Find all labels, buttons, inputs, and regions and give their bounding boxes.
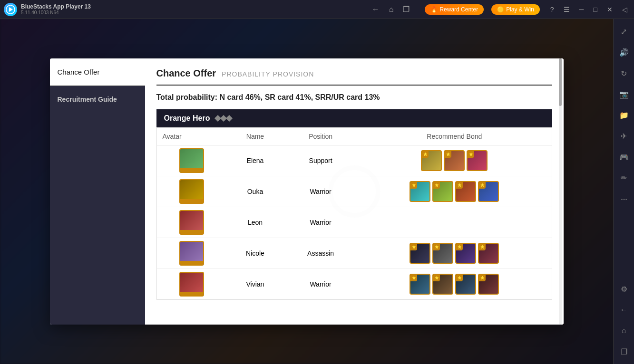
panel-subtitle: PROBABILITY PROVISION bbox=[222, 70, 314, 78]
bond-avatar: ⭐ bbox=[410, 243, 430, 264]
reward-center-button[interactable]: 🔥 Reward Center bbox=[425, 4, 484, 15]
hero-table-wrapper: Avatar Name Position Recommend Bond bbox=[156, 127, 552, 300]
play-win-button[interactable]: 🟡 Play & Win bbox=[491, 4, 540, 15]
bond-cell: ⭐ ⭐ ⭐ ⭐ bbox=[357, 269, 551, 300]
titlebar: BlueStacks App Player 13 5.11.40.1003 N6… bbox=[0, 0, 634, 19]
bond-avatar: ⭐ bbox=[421, 150, 442, 171]
name-cell: Leon bbox=[226, 207, 284, 238]
bond-avatar: ⭐ bbox=[432, 181, 453, 202]
menu-button[interactable]: ☰ bbox=[561, 4, 573, 15]
panel-title: Chance Offer bbox=[156, 68, 216, 79]
position-cell: Warrior bbox=[284, 269, 357, 300]
name-cell: Ouka bbox=[226, 176, 284, 207]
fullscreen-icon[interactable]: ⤢ bbox=[617, 25, 631, 38]
name-cell: Nicole bbox=[226, 238, 284, 269]
back-icon[interactable]: ← bbox=[617, 303, 631, 316]
sidebar-toggle-button[interactable]: ◁ bbox=[619, 4, 630, 15]
settings-icon[interactable]: ⚙ bbox=[617, 282, 631, 296]
avatar-cell bbox=[157, 207, 226, 238]
avatar-cell bbox=[157, 269, 226, 300]
modal-dialog: Chance Offer Recruitment Guide Chance Of… bbox=[50, 58, 564, 325]
bond-avatar: ⭐ bbox=[455, 243, 476, 264]
bond-avatar: ⭐ bbox=[478, 243, 499, 264]
avatar-cell bbox=[157, 145, 226, 176]
close-button[interactable]: ✕ bbox=[604, 4, 615, 15]
name-cell: Elena bbox=[226, 145, 284, 176]
table-row: Vivian Warrior ⭐ ⭐ ⭐ ⭐ bbox=[157, 269, 552, 300]
bond-avatar: ⭐ bbox=[478, 274, 499, 295]
avatar-nicole bbox=[179, 241, 204, 266]
avatar-cell bbox=[157, 176, 226, 207]
main-content: Chance Offer Recruitment Guide Chance Of… bbox=[0, 19, 613, 364]
table-row: Elena Support ⭐ ⭐ ⭐ bbox=[157, 145, 552, 176]
bond-avatar: ⭐ bbox=[410, 181, 430, 202]
refresh-icon[interactable]: ↻ bbox=[617, 67, 631, 80]
airplane-icon[interactable]: ✈ bbox=[617, 129, 631, 143]
bluestacks-logo bbox=[4, 3, 17, 16]
table-header-row: Avatar Name Position Recommend Bond bbox=[157, 128, 552, 145]
right-panel[interactable]: Chance Offer PROBABILITY PROVISION Total… bbox=[145, 58, 564, 325]
bond-avatar: ⭐ bbox=[455, 274, 476, 295]
scrollbar-track[interactable] bbox=[559, 58, 562, 325]
section-header: Orange Hero bbox=[156, 109, 552, 127]
name-cell: Vivian bbox=[226, 269, 284, 300]
minimize-button[interactable]: ─ bbox=[576, 4, 587, 15]
table-row: Nicole Assassin ⭐ ⭐ ⭐ ⭐ bbox=[157, 238, 552, 269]
bond-cell: ⭐ ⭐ ⭐ bbox=[357, 145, 551, 176]
position-cell: Warrior bbox=[284, 207, 357, 238]
help-button[interactable]: ? bbox=[547, 4, 557, 15]
scrollbar-thumb[interactable] bbox=[559, 58, 562, 106]
diamond-pattern bbox=[215, 116, 232, 121]
home-nav-button[interactable]: ⌂ bbox=[387, 3, 396, 16]
avatar-ouka bbox=[179, 179, 204, 204]
coin-icon: 🟡 bbox=[497, 6, 504, 13]
avatar-cell bbox=[157, 238, 226, 269]
folder-icon[interactable]: 📁 bbox=[617, 108, 631, 122]
section-title: Orange Hero bbox=[164, 114, 210, 123]
gamepad-icon[interactable]: 🎮 bbox=[617, 150, 631, 163]
app-name: BlueStacks App Player 13 5.11.40.1003 N6… bbox=[21, 3, 364, 15]
col-recommend-bond: Recommend Bond bbox=[357, 128, 551, 145]
svg-marker-1 bbox=[9, 7, 13, 12]
home-icon[interactable]: ⌂ bbox=[617, 324, 631, 337]
panel-header: Chance Offer PROBABILITY PROVISION bbox=[156, 68, 552, 86]
back-nav-button[interactable]: ← bbox=[370, 3, 381, 16]
avatar-elena bbox=[179, 148, 204, 173]
diamond-3 bbox=[226, 115, 233, 122]
volume-icon[interactable]: 🔊 bbox=[617, 46, 631, 59]
avatar-leon bbox=[179, 210, 204, 235]
maximize-button[interactable]: □ bbox=[591, 4, 600, 15]
eraser-icon[interactable]: ✏ bbox=[617, 171, 631, 184]
titlebar-actions: ? ☰ ─ □ ✕ ◁ bbox=[547, 4, 630, 15]
multipage-icon[interactable]: ❐ bbox=[617, 345, 631, 358]
bond-cell: ⭐ ⭐ ⭐ ⭐ bbox=[357, 238, 551, 269]
bond-avatar: ⭐ bbox=[432, 274, 453, 295]
bond-avatar: ⭐ bbox=[467, 150, 488, 171]
position-cell: Support bbox=[284, 145, 357, 176]
camera-icon[interactable]: 📷 bbox=[617, 87, 631, 101]
position-cell: Warrior bbox=[284, 176, 357, 207]
bond-avatar: ⭐ bbox=[455, 181, 476, 202]
bond-avatar: ⭐ bbox=[478, 181, 499, 202]
probability-line: Total probability: N card 46%, SR card 4… bbox=[156, 93, 552, 102]
table-row: Ouka Warrior ⭐ ⭐ ⭐ ⭐ bbox=[157, 176, 552, 207]
fire-icon: 🔥 bbox=[430, 6, 438, 13]
recruitment-guide-tab[interactable]: Recruitment Guide bbox=[50, 86, 145, 113]
bond-cell: ⭐ ⭐ ⭐ ⭐ bbox=[357, 176, 551, 207]
table-row: Leon Warrior bbox=[157, 207, 552, 238]
hero-table: Avatar Name Position Recommend Bond bbox=[157, 128, 552, 299]
chance-offer-tab[interactable]: Chance Offer bbox=[50, 58, 145, 86]
position-cell: Assassin bbox=[284, 238, 357, 269]
avatar-vivian bbox=[179, 272, 204, 297]
bond-avatar: ⭐ bbox=[410, 274, 430, 295]
col-position: Position bbox=[284, 128, 357, 145]
more-options-icon[interactable]: ··· bbox=[617, 192, 631, 205]
right-sidebar: ⤢ 🔊 ↻ 📷 📁 ✈ 🎮 ✏ ··· ⚙ ← ⌂ ❐ bbox=[613, 19, 634, 364]
col-name: Name bbox=[226, 128, 284, 145]
titlebar-nav: ← ⌂ ❐ bbox=[370, 3, 412, 16]
left-panel: Chance Offer Recruitment Guide bbox=[50, 58, 145, 325]
bond-cell bbox=[357, 207, 551, 238]
bond-avatar: ⭐ bbox=[432, 243, 453, 264]
pages-nav-button[interactable]: ❐ bbox=[401, 3, 411, 16]
titlebar-center: 🔥 Reward Center 🟡 Play & Win bbox=[425, 4, 539, 15]
